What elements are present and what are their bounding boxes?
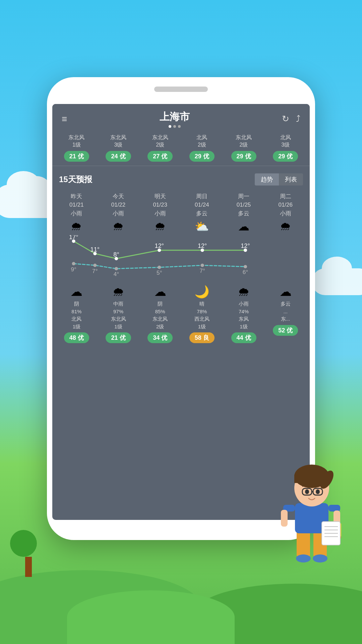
forecast-tabs: 趋势 列表	[255, 173, 303, 185]
bottom-col-2: ☁ 阴85%东北风2级 34 优	[139, 285, 181, 343]
wind-item-4: 东北风2级 29 优	[223, 134, 265, 162]
city-label: 上海市	[160, 110, 190, 124]
svg-point-11	[244, 265, 247, 268]
day-col-3: 周日01/24多云 ⛅	[181, 192, 223, 235]
svg-text:7°: 7°	[92, 268, 98, 274]
refresh-icon[interactable]: ↻	[282, 114, 289, 124]
app-header: ≡ 上海市 ↻ ⤴	[52, 104, 310, 131]
bottom-col-4: 🌧 小雨74%东风1级 44 优	[223, 285, 265, 343]
svg-point-6	[72, 262, 75, 265]
wind-item-3: 北风2级 29 优	[181, 134, 223, 162]
svg-point-43	[316, 489, 320, 494]
bottom-aqi-1: 21 优	[106, 332, 131, 343]
bottom-aqi-2: 34 优	[147, 332, 173, 343]
bottom-icon-2: ☁	[139, 285, 181, 299]
share-icon[interactable]: ⤴	[296, 114, 300, 124]
tree	[20, 530, 37, 577]
menu-icon[interactable]: ≡	[62, 114, 67, 124]
aqi-badge-1: 24 优	[106, 151, 131, 162]
tab-list[interactable]: 列表	[279, 173, 303, 185]
weather-icon-1: 🌧	[98, 220, 139, 233]
wind-item-2: 东北风2级 27 优	[139, 134, 181, 162]
aqi-badge-3: 29 优	[189, 151, 215, 162]
dot-1	[169, 125, 171, 128]
svg-text:4°: 4°	[114, 271, 119, 277]
svg-rect-30	[281, 510, 288, 527]
pagination-dots	[160, 125, 190, 128]
wind-item-5: 北风3级 29 优	[264, 134, 306, 162]
day-col-1: 今天01/22小雨 🌧	[98, 192, 139, 235]
temperature-chart: 17° 11° 8° 12° 12° 12° 9° 7° 4° 5° 7° 6°	[52, 235, 310, 279]
character-svg	[275, 456, 349, 584]
bottom-icon-1: 🌧	[98, 285, 139, 299]
bottom-col-1: 🌧 中雨97%东北风1级 21 优	[98, 285, 139, 343]
aqi-badge-2: 27 优	[147, 151, 173, 162]
day-col-0: 昨天01/21小雨 🌧	[56, 192, 98, 235]
bottom-aqi-3: 58 良	[189, 332, 215, 343]
svg-point-10	[201, 264, 204, 267]
bottom-col-3: 🌙 晴78%西北风1级 58 良	[181, 285, 223, 343]
svg-text:12°: 12°	[155, 243, 164, 249]
bottom-aqi-4: 44 优	[231, 332, 256, 343]
bottom-aqi-5: 52 优	[273, 325, 298, 336]
tree-trunk	[25, 557, 32, 577]
weather-icon-5: 🌧	[264, 220, 306, 233]
day-col-2: 明天01/23小雨 🌧	[139, 192, 181, 235]
aqi-badge-5: 29 优	[273, 151, 298, 162]
svg-text:17°: 17°	[69, 235, 78, 240]
svg-text:8°: 8°	[113, 251, 119, 258]
svg-text:9°: 9°	[71, 266, 76, 273]
bottom-col-0: ☁ 阴81%北风1级 48 优	[56, 285, 98, 343]
wind-item-0: 东北风1级 21 优	[56, 134, 98, 162]
phone-notch	[154, 87, 208, 92]
day-col-5: 周二01/26小雨 🌧	[264, 192, 306, 235]
bottom-section: ☁ 阴81%北风1级 48 优 🌧 中雨97%东北风1级 21 优 ☁ 阴85%…	[52, 279, 310, 346]
svg-point-8	[115, 267, 118, 270]
bottom-icon-3: 🌙	[181, 285, 223, 299]
svg-point-27	[313, 554, 327, 562]
wind-item-1: 东北风3级 24 优	[98, 134, 139, 162]
dot-3	[178, 125, 181, 128]
weather-icon-3: ⛅	[181, 220, 223, 233]
header-center: 上海市	[160, 110, 190, 128]
bottom-icon-4: 🌧	[223, 285, 265, 299]
day-col-4: 周一01/25多云 ☁	[223, 192, 265, 235]
dot-2	[173, 125, 176, 128]
svg-point-42	[305, 489, 309, 494]
cloud-right	[312, 268, 362, 295]
bottom-icon-0: ☁	[56, 285, 98, 299]
weather-icon-0: 🌧	[56, 220, 98, 233]
bottom-icon-5: ☁	[264, 285, 306, 299]
phone-screen: ≡ 上海市 ↻ ⤴ 东北风1级 21 优 东北风3级 2	[52, 104, 310, 520]
bottom-aqi-0: 48 优	[64, 332, 89, 343]
chart-svg: 17° 11° 8° 12° 12° 12° 9° 7° 4° 5° 7° 6°	[52, 235, 310, 279]
days-row: 昨天01/21小雨 🌧 今天01/22小雨 🌧 明天01/23小雨 🌧 周日01…	[52, 189, 310, 235]
svg-text:7°: 7°	[199, 268, 205, 274]
weather-icon-2: 🌧	[139, 220, 181, 233]
svg-text:12°: 12°	[198, 243, 207, 249]
svg-rect-31	[328, 505, 340, 512]
forecast-header: 15天预报 趋势 列表	[52, 170, 310, 189]
aqi-badge-0: 21 优	[64, 151, 89, 162]
forecast-title: 15天预报	[59, 174, 92, 185]
tree-top	[10, 530, 37, 557]
divider-1	[52, 166, 310, 166]
svg-point-9	[158, 266, 161, 269]
svg-text:6°: 6°	[243, 269, 248, 275]
bottom-icons-row: ☁ 阴81%北风1级 48 优 🌧 中雨97%东北风1级 21 优 ☁ 阴85%…	[52, 282, 310, 346]
bottom-col-5: ☁ 多云...东... 52 优	[264, 285, 306, 343]
svg-text:11°: 11°	[90, 246, 100, 253]
svg-text:5°: 5°	[157, 270, 162, 276]
weather-icon-4: ☁	[223, 220, 265, 233]
wind-aqi-row: 东北风1级 21 优 东北风3级 24 优 东北风2级 27 优 北风2级 29…	[52, 131, 310, 162]
aqi-badge-4: 29 优	[231, 151, 256, 162]
svg-text:12°: 12°	[241, 243, 250, 249]
svg-point-26	[296, 554, 311, 562]
svg-point-7	[93, 264, 97, 267]
tab-trend[interactable]: 趋势	[255, 173, 279, 185]
hill-3	[67, 590, 235, 644]
character	[275, 456, 349, 584]
svg-rect-24	[297, 530, 310, 557]
header-right-icons: ↻ ⤴	[282, 114, 300, 124]
